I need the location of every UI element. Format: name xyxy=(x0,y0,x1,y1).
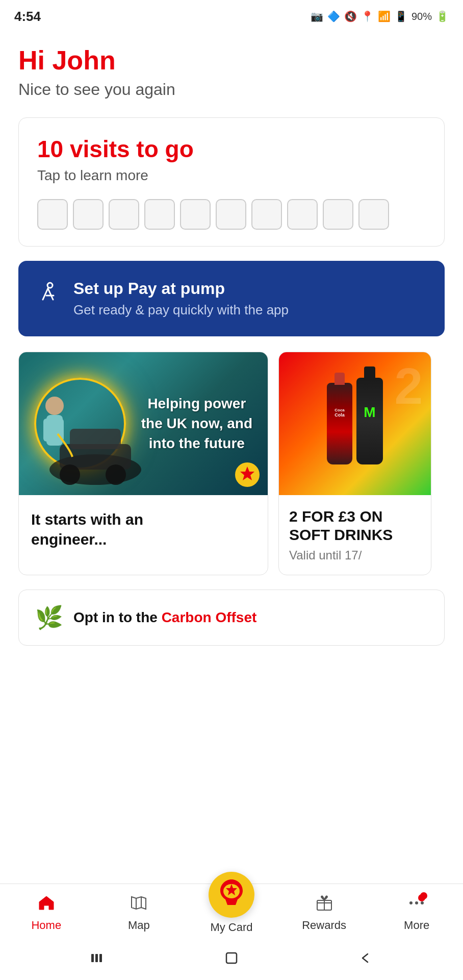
svg-rect-18 xyxy=(99,954,102,962)
visit-box-8 xyxy=(287,199,318,230)
monster-m-logo: M xyxy=(364,404,375,421)
svg-point-6 xyxy=(45,397,64,415)
pump-icon xyxy=(39,281,61,308)
nav-more[interactable]: More xyxy=(370,894,463,932)
main-content: Hi John Nice to see you again 10 visits … xyxy=(0,31,463,646)
drinks-card-validity: Valid until 17/ xyxy=(289,548,421,562)
ev-card-image: Helping powerthe UK now, andinto the fut… xyxy=(19,352,268,495)
visits-title: 10 visits to go xyxy=(37,136,426,162)
pump-title: Set up Pay at pump xyxy=(73,279,289,298)
android-menu-btn[interactable] xyxy=(89,950,106,970)
battery-icon: 🔋 xyxy=(436,10,449,22)
android-home-btn[interactable] xyxy=(223,950,240,970)
svg-rect-17 xyxy=(95,954,98,962)
mute-icon: 🔇 xyxy=(344,10,357,22)
camera-icon: 📷 xyxy=(311,10,323,22)
location-icon: 📍 xyxy=(361,10,374,22)
status-bar: 4:54 📷 🔷 🔇 📍 📶 📱 90% 🔋 xyxy=(0,0,463,31)
nav-more-label: More xyxy=(404,919,429,932)
signal-icon: 📱 xyxy=(395,10,407,22)
drinks-card-body: 2 FOR £3 ONSOFT DRINKS Valid until 17/ xyxy=(279,495,431,575)
wifi-icon: 📶 xyxy=(378,10,391,22)
monster-bottle: M xyxy=(356,378,383,464)
map-icon xyxy=(130,894,147,916)
optin-strip[interactable]: 🌿 Opt in to the Carbon Offset xyxy=(18,590,445,646)
drinks-big-number: 2 xyxy=(394,360,423,411)
promo-cards-row: Helping powerthe UK now, andinto the fut… xyxy=(18,352,445,575)
svg-rect-19 xyxy=(226,953,237,963)
drinks-card-image: 2 CocaCola M xyxy=(279,352,431,495)
shell-center-button[interactable] xyxy=(209,872,254,918)
home-icon xyxy=(38,894,55,916)
svg-rect-3 xyxy=(70,429,121,449)
svg-rect-16 xyxy=(91,954,94,962)
battery-level: 90% xyxy=(411,11,432,22)
greeting-subtitle: Nice to see you again xyxy=(18,80,445,99)
pump-text-block: Set up Pay at pump Get ready & pay quick… xyxy=(73,279,289,318)
status-icons: 📷 🔷 🔇 📍 📶 📱 90% 🔋 xyxy=(311,10,449,22)
pump-banner[interactable]: Set up Pay at pump Get ready & pay quick… xyxy=(18,261,445,336)
greeting-name: Hi John xyxy=(18,46,445,75)
svg-rect-8 xyxy=(43,419,49,442)
drinks-bottles: CocaCola M xyxy=(327,378,383,470)
more-icon xyxy=(408,894,425,916)
visit-box-6 xyxy=(216,199,246,230)
greeting-section: Hi John Nice to see you again xyxy=(18,46,445,99)
android-nav-bar xyxy=(0,939,463,980)
android-back-btn[interactable] xyxy=(357,950,374,970)
visit-box-4 xyxy=(144,199,175,230)
svg-point-13 xyxy=(409,901,413,904)
pump-subtitle: Get ready & pay quickly with the app xyxy=(73,302,289,318)
nav-home[interactable]: Home xyxy=(0,894,93,932)
coke-bottle: CocaCola xyxy=(327,383,352,464)
svg-point-5 xyxy=(106,464,126,485)
nav-rewards-label: Rewards xyxy=(302,919,346,932)
leaf-icon: 🌿 xyxy=(35,604,63,631)
visits-subtitle: Tap to learn more xyxy=(37,167,426,184)
optin-text: Opt in to the Carbon Offset xyxy=(73,609,256,626)
ev-promo-card[interactable]: Helping powerthe UK now, andinto the fut… xyxy=(18,352,268,575)
visit-box-1 xyxy=(37,199,68,230)
nav-my-card[interactable]: My Card xyxy=(185,892,278,934)
visits-progress-boxes xyxy=(37,199,426,230)
bluetooth-icon: 🔷 xyxy=(327,10,340,22)
visit-box-10 xyxy=(358,199,389,230)
svg-point-4 xyxy=(60,464,80,485)
svg-point-15 xyxy=(421,901,424,904)
nav-home-label: Home xyxy=(31,919,61,932)
svg-point-0 xyxy=(47,283,53,288)
visit-box-7 xyxy=(251,199,282,230)
rewards-icon xyxy=(316,894,333,916)
visit-box-3 xyxy=(109,199,139,230)
ev-card-body: It starts with anengineer... xyxy=(19,495,268,564)
ev-overlay-text: Helping powerthe UK now, andinto the fut… xyxy=(141,394,252,454)
visit-box-2 xyxy=(73,199,104,230)
nav-map-label: Map xyxy=(128,919,150,932)
ev-scene-svg xyxy=(29,362,141,495)
nav-map[interactable]: Map xyxy=(93,894,186,932)
shell-center-logo xyxy=(216,877,247,913)
nav-rewards[interactable]: Rewards xyxy=(278,894,371,932)
nav-my-card-label: My Card xyxy=(210,921,252,934)
visit-box-9 xyxy=(323,199,353,230)
drinks-card-title: 2 FOR £3 ONSOFT DRINKS xyxy=(289,507,421,544)
ev-card-title: It starts with anengineer... xyxy=(31,509,255,549)
shell-logo-ev-card xyxy=(235,462,260,487)
status-time: 4:54 xyxy=(14,9,41,24)
bottom-nav: Home Map My Card xyxy=(0,884,463,939)
visit-box-5 xyxy=(180,199,211,230)
visits-card[interactable]: 10 visits to go Tap to learn more xyxy=(18,117,445,247)
drinks-promo-card[interactable]: 2 CocaCola M 2 FOR £3 ONSOFT DRINKS xyxy=(278,352,431,575)
svg-point-14 xyxy=(415,901,418,904)
